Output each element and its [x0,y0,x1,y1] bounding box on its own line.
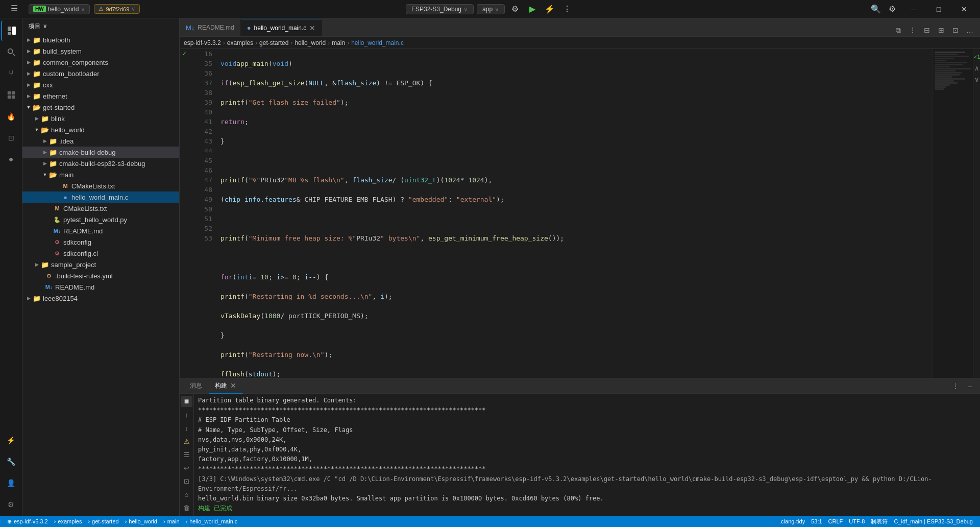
status-indent[interactable]: 制表符 [868,516,891,527]
tree-item-get-started[interactable]: ▼ 📂 get-started [22,102,179,113]
breadcrumb-main[interactable]: main [332,39,345,46]
breadcrumb-hello-world[interactable]: hello_world [295,39,326,46]
bottom-tab-build-close[interactable]: ✕ [230,381,236,390]
tree-arrow: ▶ [24,69,33,78]
bottom-more-btn[interactable]: ⋮ [949,380,962,392]
breadcrumb-file[interactable]: hello_world_main.c [351,39,404,46]
split-editor-btn[interactable]: ⧉ [892,24,904,36]
app-chip[interactable]: app ∨ [477,4,505,14]
tree-label: custom_bootloader [43,70,175,78]
tree-item-sdkconfig[interactable]: ▶ ⚙ sdkconfig [22,236,179,248]
activity-source-control[interactable]: ⑂ [1,63,21,84]
more-btn[interactable]: ⋮ [560,2,574,16]
hamburger-menu[interactable]: ☰ [4,0,24,19]
maximize-btn[interactable]: □ [927,0,950,18]
svg-rect-7 [7,95,10,99]
status-branch[interactable]: ⊕ esp-idf-v5.3.2 [4,516,51,527]
build-line-9: [3/3] C:\Windows\system32\cmd.exe /C "cd… [198,474,976,494]
activity-idf-flash[interactable]: 🔧 [1,451,21,472]
tree-item-bluetooth[interactable]: ▶ 📁 bluetooth [22,34,179,45]
activity-extensions[interactable] [1,85,21,105]
code-area[interactable]: void app_main(void) if(esp_flash_get_siz… [216,49,932,378]
target-chip[interactable]: ESP32-S3_Debug ∨ [406,4,474,14]
build-scroll-down-btn[interactable]: ↓ [181,422,192,434]
tree-item-blink[interactable]: ▶ 📁 blink [22,113,179,124]
status-encoding[interactable]: UTF-8 [846,516,868,527]
tree-item-hello-world-main-c[interactable]: ▶ ● hello_world_main.c [22,191,179,203]
activity-explorer[interactable] [1,20,21,41]
tab-readme[interactable]: M↓ README.md [180,19,241,36]
tree-item-cmake-build-esp32[interactable]: ▶ 📁 cmake-build-esp32-s3-debug [22,158,179,169]
status-clang-tidy[interactable]: .clang-tidy [776,516,808,527]
tree-item-ieee802154[interactable]: ▶ 📁 ieee802154 [22,293,179,304]
more-actions-btn[interactable]: … [964,24,976,36]
build-warning-btn[interactable]: ⚠ [181,436,192,447]
tree-item-hello-world[interactable]: ▼ 📂 hello_world [22,124,179,135]
layout-btn[interactable]: ⊡ [949,24,962,36]
tree-item-build-system[interactable]: ▶ 📁 build_system [22,45,179,57]
sidebar-header-chevron[interactable]: ∨ [43,23,47,30]
activity-idf1[interactable]: 🔥 [1,106,21,127]
more-tabs-btn[interactable]: ⋮ [906,24,919,36]
build-btn[interactable]: ▶ [525,2,540,16]
breadcrumb-examples[interactable]: examples [227,39,253,46]
settings-icon-btn[interactable]: ⚙ [885,2,899,16]
breadcrumb-idf[interactable]: esp-idf-v5.3.2 [184,39,221,46]
tree-item-build-test-rules[interactable]: ▶ ⚙ .build-test-rules.yml [22,270,179,281]
status-lang[interactable]: C_idf_main | ESP32-S3_Debug [891,516,976,527]
bottom-tab-build[interactable]: 构建 ✕ [209,378,243,394]
build-wrap-btn[interactable]: ↩ [181,462,192,473]
tab-hello-world-main[interactable]: ● hello_world_main.c ✕ [241,19,323,36]
bottom-minimize-btn[interactable]: – [964,380,976,392]
project-chip[interactable]: HW hello_world ∨ [29,4,90,14]
tree-item-cmake-build-debug[interactable]: ▶ 📁 cmake-build-debug [22,147,179,158]
build-list-btn[interactable]: ☰ [181,449,192,460]
search-icon-btn[interactable]: 🔍 [869,2,883,16]
tree-item-pytest[interactable]: ▶ 🐍 pytest_hello_world.py [22,214,179,225]
status-cursor-pos[interactable]: 53:1 [808,516,825,527]
tree-arrow: ▶ [33,260,41,269]
build-home-btn[interactable]: ⌂ [181,489,192,500]
activity-idf-debug[interactable]: ⚡ [1,430,21,450]
branch-chip[interactable]: ⚠ 9d7f2d69 ∨ [94,4,140,14]
tree-item-readme-gs[interactable]: ▶ M↓ README.md [22,281,179,293]
tree-item-main[interactable]: ▼ 📂 main [22,169,179,180]
activity-accounts[interactable]: 👤 [1,473,21,493]
status-path-examples[interactable]: › examples [51,516,85,527]
status-path-hw[interactable]: › hello_world [122,516,160,527]
tree-item-sdkconfig-ci[interactable]: ▶ ⚙ sdkconfig.ci [22,248,179,259]
build-stop-btn[interactable]: ■ [181,396,192,407]
bottom-tab-messages[interactable]: 消息 [184,378,209,394]
build-scroll-up-btn[interactable]: ↑ [181,409,192,420]
minimize-btn[interactable]: – [901,0,925,18]
breadcrumb-get-started[interactable]: get-started [259,39,288,46]
flash-btn[interactable]: ⚡ [543,2,557,16]
collapse-btn[interactable]: ⊟ [921,24,933,36]
tree-item-custom-bootloader[interactable]: ▶ 📁 custom_bootloader [22,68,179,79]
status-path-main[interactable]: › main [160,516,183,527]
status-path-file[interactable]: › hello_world_main.c [183,516,241,527]
build-trash-btn[interactable]: 🗑 [181,502,192,513]
expand-btn[interactable]: ⊞ [935,24,947,36]
folder-icon: 📁 [41,260,49,269]
activity-idf2[interactable]: ⊡ [1,128,21,148]
close-btn[interactable]: ✕ [952,0,976,18]
tree-item-cmakelists-root[interactable]: ▶ M CMakeLists.txt [22,203,179,214]
tree-item-ethernet[interactable]: ▶ 📁 ethernet [22,90,179,102]
activity-idf3[interactable]: ● [1,149,21,170]
activity-search[interactable] [1,42,21,62]
build-filter-btn[interactable]: ⊡ [181,475,192,487]
tree-item-cmakelists-main[interactable]: ▶ M CMakeLists.txt [22,180,179,191]
tree-label: sdkconfig.ci [63,250,175,257]
bottom-content[interactable]: Partition table binary generated. Conten… [194,394,980,516]
status-path-getstarted[interactable]: › get-started [85,516,121,527]
activity-settings[interactable]: ⚙ [1,494,21,515]
tree-item-idea[interactable]: ▶ 📁 .idea [22,135,179,147]
tree-item-cxx[interactable]: ▶ 📁 cxx [22,79,179,90]
cmake-icon-btn[interactable]: ⚙ [508,2,522,16]
tree-item-readme-hw[interactable]: ▶ M↓ README.md [22,225,179,236]
status-crlf[interactable]: CRLF [825,516,846,527]
tree-item-common-components[interactable]: ▶ 📁 common_components [22,57,179,68]
tree-item-sample-project[interactable]: ▶ 📁 sample_project [22,259,179,270]
tab-close-icon[interactable]: ✕ [309,25,315,32]
